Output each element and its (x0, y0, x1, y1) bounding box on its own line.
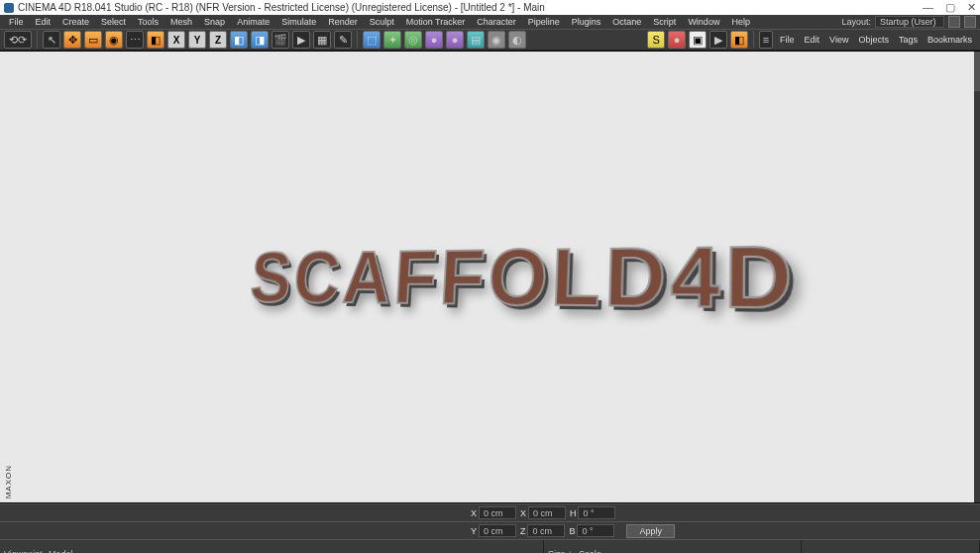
menubar: File Edit Create Select Tools Mesh Snap … (0, 15, 980, 29)
subdiv-button[interactable]: ◎ (404, 31, 422, 49)
toolbar-divider-2 (357, 31, 358, 49)
octane-square-button[interactable]: ◧ (730, 31, 748, 49)
menu-snap[interactable]: Snap (199, 16, 230, 28)
render-view-button[interactable]: 🎬 (272, 31, 289, 49)
size-x-value[interactable]: 0 cm (528, 506, 566, 519)
layout-dropdown[interactable]: Startup (User) (875, 16, 944, 28)
toolbar: ⟲⟳ ↖ ✥ ▭ ◉ ⋯ ◧ X Y Z ◧ ◨ 🎬 ▶ ▦ ✎ ⬚ ✦ ◎ ●… (0, 29, 980, 51)
layout-icon-2[interactable] (964, 16, 976, 28)
coord-y-value[interactable]: 0 cm (479, 524, 516, 537)
coord-z-value[interactable]: 0 cm (527, 524, 565, 537)
render-settings-button[interactable]: ▦ (313, 31, 331, 49)
light-button[interactable]: ◐ (508, 31, 526, 49)
objects-objects[interactable]: Objects (854, 34, 893, 46)
scale-minus[interactable]: Scale - (579, 549, 606, 554)
menu-tools[interactable]: Tools (133, 16, 163, 28)
menu-script[interactable]: Script (648, 16, 681, 28)
size-plus[interactable]: Size + (548, 549, 573, 554)
coord-x-value[interactable]: 0 cm (479, 506, 516, 519)
pen-tool-button[interactable]: ✦ (383, 31, 401, 49)
rot-b-label: B (569, 526, 575, 536)
render-text-object: SCAFFOLD4D (247, 226, 797, 329)
octane-cube-button[interactable]: ▣ (689, 31, 707, 49)
menu-file[interactable]: File (4, 16, 29, 28)
coord-x-label: X (471, 508, 477, 518)
menu-plugins[interactable]: Plugins (567, 16, 606, 28)
app-icon (4, 3, 14, 13)
menu-character[interactable]: Character (472, 16, 521, 28)
objects-tags[interactable]: Tags (895, 34, 922, 46)
rot-b-value[interactable]: 0 ° (577, 524, 614, 537)
toolbar-divider (37, 31, 38, 49)
layout-icon-1[interactable] (948, 16, 960, 28)
toolbar-divider-3 (753, 31, 754, 49)
coord-y-label: Y (471, 526, 477, 536)
locked-button[interactable]: ◧ (147, 31, 164, 49)
menu-animate[interactable]: Animate (232, 16, 274, 28)
coord-z-label: Z (520, 526, 526, 536)
menu-mesh[interactable]: Mesh (165, 16, 197, 28)
rot-h-value[interactable]: 0 ° (578, 506, 615, 519)
menu-create[interactable]: Create (57, 16, 94, 28)
objects-edit[interactable]: Edit (801, 34, 824, 46)
tab-viewpoint[interactable]: Viewpoint (4, 549, 43, 554)
coord-sys-button-2[interactable]: ◨ (251, 31, 269, 49)
menu-pipeline[interactable]: Pipeline (523, 16, 565, 28)
rotate-button[interactable]: ◉ (105, 31, 123, 49)
y-axis-button[interactable]: Y (188, 31, 206, 49)
menu-sculpt[interactable]: Sculpt (365, 16, 399, 28)
move-button[interactable]: ✥ (63, 31, 81, 49)
maxon-watermark: MAXON (4, 465, 13, 498)
menu-render[interactable]: Render (323, 16, 363, 28)
menu-help[interactable]: Help (726, 16, 755, 28)
menu-octane[interactable]: Octane (607, 16, 646, 28)
octane-o-button[interactable]: ● (668, 31, 686, 49)
x-axis-button[interactable]: X (167, 31, 185, 49)
titlebar: CINEMA 4D R18.041 Studio (RC - R18) (NFR… (0, 0, 980, 15)
tab-model[interactable]: Model (49, 549, 73, 554)
scale-button[interactable]: ▭ (84, 31, 102, 49)
render-pv-button[interactable]: ▶ (292, 31, 310, 49)
cube-primitive-button[interactable]: ⬚ (363, 31, 381, 49)
objects-panel-icon[interactable]: ≡ (759, 31, 773, 49)
edit-render-button[interactable]: ✎ (334, 31, 352, 49)
octane-play-button[interactable]: ▶ (709, 31, 727, 49)
camera-button[interactable]: ◉ (488, 31, 505, 49)
coordinates-row-1: X 0 cm X 0 cm H 0 ° (0, 503, 980, 521)
menu-select[interactable]: Select (96, 16, 131, 28)
menu-simulate[interactable]: Simulate (276, 16, 321, 28)
layout-label: Layout: (841, 17, 871, 27)
viewport[interactable]: SCAFFOLD4D MAXON (0, 51, 980, 503)
z-axis-button[interactable]: Z (209, 31, 227, 49)
menu-window[interactable]: Window (683, 16, 724, 28)
menu-motiontracker[interactable]: Motion Tracker (401, 16, 471, 28)
bottom-panel: Viewpoint Model Size + Scale - (0, 539, 980, 553)
coord-sys-button[interactable]: ◧ (230, 31, 248, 49)
coordinates-row-2: Y 0 cm Z 0 cm B 0 ° Apply (0, 521, 980, 539)
minimize-button[interactable]: — (923, 1, 933, 14)
menu-edit[interactable]: Edit (31, 16, 56, 28)
live-select-button[interactable]: ↖ (43, 31, 60, 49)
rot-h-label: H (570, 508, 577, 518)
array-button[interactable]: ● (425, 31, 443, 49)
objects-file[interactable]: File (776, 34, 799, 46)
objects-bookmarks[interactable]: Bookmarks (924, 34, 976, 46)
close-button[interactable]: ✕ (967, 1, 976, 14)
size-x-label: X (520, 508, 526, 518)
window-title: CINEMA 4D R18.041 Studio (RC - R18) (NFR… (18, 2, 545, 13)
panel-dock-tab[interactable] (974, 52, 980, 91)
panel-dock-handle[interactable] (974, 52, 980, 502)
objects-view[interactable]: View (825, 34, 852, 46)
maximize-button[interactable]: ▢ (945, 1, 955, 14)
apply-button[interactable]: Apply (626, 524, 675, 538)
floor-button[interactable]: ▤ (467, 31, 485, 49)
rendered-scene: SCAFFOLD4D (0, 52, 980, 502)
bend-button[interactable]: ● (446, 31, 464, 49)
lastused-button[interactable]: ⋯ (126, 31, 144, 49)
undo-redo-group[interactable]: ⟲⟳ (4, 31, 32, 49)
octane-s-button[interactable]: S (647, 31, 665, 49)
